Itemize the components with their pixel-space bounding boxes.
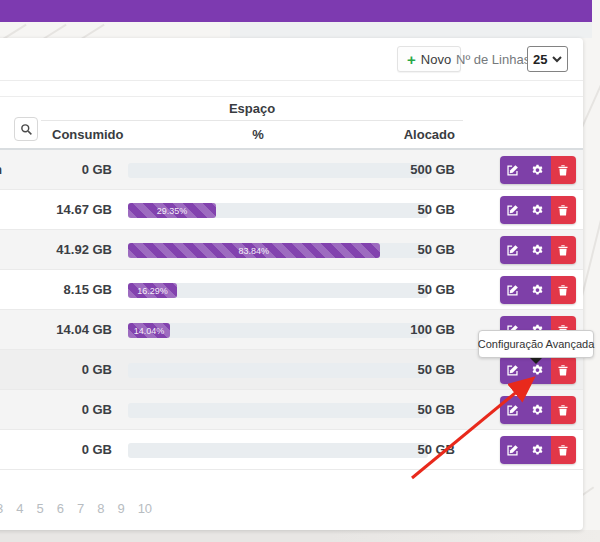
table-row: 0 GB 50 GB — [0, 390, 583, 430]
row-allocated-value: 50 GB — [355, 362, 455, 377]
trash-icon — [557, 284, 569, 297]
page-link-5[interactable]: 5 — [36, 501, 43, 516]
chevron-down-icon — [552, 56, 562, 63]
page-link-3[interactable]: 3 — [0, 501, 3, 516]
edit-icon — [506, 364, 519, 377]
gear-icon — [531, 284, 544, 297]
edit-button[interactable] — [500, 276, 525, 304]
edit-icon — [506, 204, 519, 217]
usage-progress-fill: 83.84% — [128, 243, 380, 258]
row-actions — [500, 156, 576, 184]
edit-button[interactable] — [500, 156, 525, 184]
row-actions — [500, 276, 576, 304]
edit-button[interactable] — [500, 396, 525, 424]
row-consumed-value: 0 GB — [0, 402, 112, 417]
gear-icon — [531, 164, 544, 177]
advanced-config-button[interactable] — [525, 156, 550, 184]
row-allocated-value: 50 GB — [355, 242, 455, 257]
delete-button[interactable] — [551, 396, 576, 424]
advanced-config-button[interactable] — [525, 396, 550, 424]
usage-percent-label: 83.84% — [238, 246, 269, 256]
row-consumed-value: 0 GB — [0, 162, 112, 177]
edit-button[interactable] — [500, 196, 525, 224]
rows-per-page-value: 25 — [533, 52, 547, 67]
row-allocated-value: 50 GB — [355, 442, 455, 457]
edit-icon — [506, 444, 519, 457]
page-link-7[interactable]: 7 — [77, 501, 84, 516]
trash-icon — [557, 204, 569, 217]
toolbar-divider — [0, 80, 583, 81]
group-header-espaco: Espaço — [41, 101, 463, 116]
row-actions — [500, 196, 576, 224]
row-consumed-value: 8.15 GB — [0, 282, 112, 297]
page-link-9[interactable]: 9 — [117, 501, 124, 516]
gear-icon — [531, 444, 544, 457]
new-button[interactable]: + Novo — [397, 46, 461, 72]
rows-per-page-label: Nº de Linhas — [456, 52, 530, 67]
page-link-6[interactable]: 6 — [57, 501, 64, 516]
advanced-config-button[interactable] — [525, 436, 550, 464]
table-row: 14.67 GB 29.35% 50 GB — [0, 190, 583, 230]
edit-icon — [506, 164, 519, 177]
group-header-underline — [41, 120, 463, 121]
table-head-top-border — [0, 96, 583, 97]
rows-per-page-select[interactable]: 25 — [527, 46, 568, 72]
background-band — [230, 22, 592, 38]
delete-button[interactable] — [551, 196, 576, 224]
edit-icon — [506, 244, 519, 257]
delete-button[interactable] — [551, 236, 576, 264]
app-topbar — [0, 0, 592, 22]
page: + Novo Nº de Linhas 25 Espaço Consumido … — [0, 0, 600, 542]
page-link-8[interactable]: 8 — [97, 501, 104, 516]
tooltip-configuracao-avancada: Configuração Avançada — [478, 330, 594, 358]
edit-icon — [506, 404, 519, 417]
row-consumed-value: 0 GB — [0, 442, 112, 457]
row-allocated-value: 50 GB — [355, 402, 455, 417]
trash-icon — [557, 404, 569, 417]
edit-button[interactable] — [500, 436, 525, 464]
delete-button[interactable] — [551, 156, 576, 184]
table-row: 8.15 GB 16.29% 50 GB — [0, 270, 583, 310]
advanced-config-button[interactable] — [525, 236, 550, 264]
gear-icon — [531, 244, 544, 257]
delete-button[interactable] — [551, 356, 576, 384]
table-row: m 0 GB 500 GB — [0, 150, 583, 190]
row-consumed-value: 0 GB — [0, 362, 112, 377]
row-allocated-value: 500 GB — [355, 162, 455, 177]
edit-button[interactable] — [500, 236, 525, 264]
trash-icon — [557, 364, 569, 377]
advanced-config-button[interactable] — [525, 196, 550, 224]
edit-button[interactable] — [500, 356, 525, 384]
background-band — [0, 530, 600, 542]
delete-button[interactable] — [551, 436, 576, 464]
page-link-10[interactable]: 10 — [138, 501, 152, 516]
usage-percent-label: 29.35% — [157, 206, 188, 216]
table-row: 0 GB 50 GB — [0, 430, 583, 470]
table-body: m 0 GB 500 GB — [0, 150, 583, 470]
row-allocated-value: 100 GB — [355, 322, 455, 337]
row-consumed-value: 14.04 GB — [0, 322, 112, 337]
new-button-label: Novo — [421, 52, 451, 67]
advanced-config-button[interactable] — [525, 276, 550, 304]
search-icon — [20, 123, 33, 136]
search-button[interactable] — [14, 117, 38, 141]
row-allocated-value: 50 GB — [355, 282, 455, 297]
usage-progress-fill: 16.29% — [128, 283, 177, 298]
trash-icon — [557, 164, 569, 177]
trash-icon — [557, 244, 569, 257]
row-consumed-value: 14.67 GB — [0, 202, 112, 217]
row-actions — [500, 396, 576, 424]
table-row: 41.92 GB 83.84% 50 GB — [0, 230, 583, 270]
plus-icon: + — [407, 52, 416, 67]
usage-progress-fill: 14.04% — [128, 323, 170, 338]
gear-icon — [531, 204, 544, 217]
pagination: 345678910 — [0, 501, 152, 516]
column-header-consumido: Consumido — [52, 127, 124, 142]
delete-button[interactable] — [551, 276, 576, 304]
page-link-4[interactable]: 4 — [16, 501, 23, 516]
tooltip-pointer — [530, 358, 542, 370]
column-header-percent: % — [128, 127, 388, 142]
edit-icon — [506, 284, 519, 297]
gear-icon — [531, 404, 544, 417]
quota-table-card: + Novo Nº de Linhas 25 Espaço Consumido … — [0, 38, 583, 530]
